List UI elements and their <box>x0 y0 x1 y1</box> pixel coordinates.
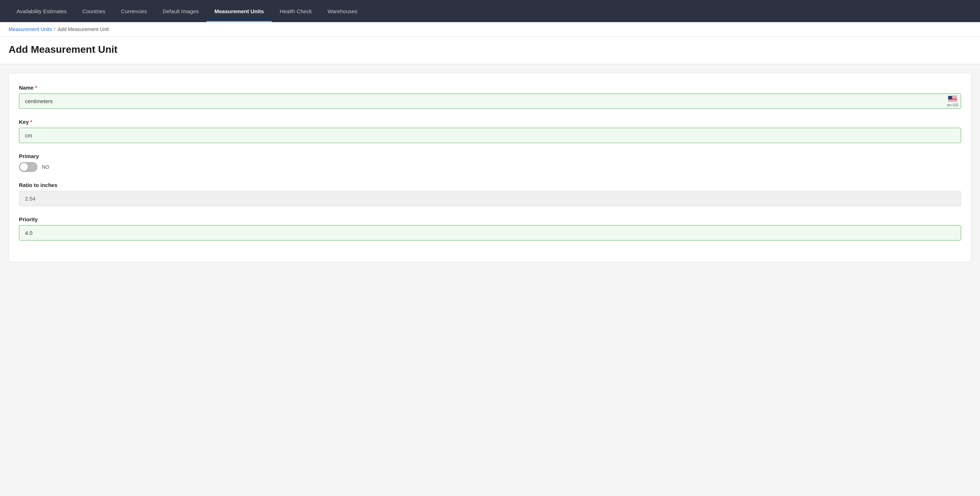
nav-item-countries[interactable]: Countries <box>75 0 113 22</box>
key-input[interactable] <box>19 128 961 143</box>
breadcrumb-parent-link[interactable]: Measurement Units <box>9 26 52 32</box>
name-form-group: Name * en-US <box>19 85 961 109</box>
breadcrumb-current: Add Measurement Unit <box>57 26 108 32</box>
priority-input-wrapper <box>19 225 961 241</box>
primary-toggle[interactable] <box>19 162 38 172</box>
nav-item-warehouses[interactable]: Warehouses <box>320 0 366 22</box>
key-form-group: Key * <box>19 119 961 143</box>
breadcrumb-separator: / <box>54 26 56 32</box>
locale-badge: en-US <box>947 96 958 107</box>
page-title-section: Add Measurement Unit <box>0 37 980 64</box>
nav-item-health-check[interactable]: Health Check <box>272 0 320 22</box>
nav-item-currencies[interactable]: Currencies <box>113 0 155 22</box>
primary-form-group: Primary NO <box>19 153 961 172</box>
nav-item-availability-estimates[interactable]: Availability Estimates <box>9 0 75 22</box>
ratio-label: Ratio to inches <box>19 182 961 188</box>
name-input[interactable] <box>19 93 961 109</box>
name-input-wrapper: en-US <box>19 93 961 109</box>
toggle-thumb <box>20 163 28 171</box>
ratio-input-wrapper <box>19 191 961 206</box>
key-required-star: * <box>30 119 32 125</box>
key-input-wrapper <box>19 128 961 143</box>
main-content: Name * en-US Key * <box>0 64 980 271</box>
form-card: Name * en-US Key * <box>9 73 971 262</box>
breadcrumb: Measurement Units / Add Measurement Unit <box>0 22 980 37</box>
priority-label: Priority <box>19 216 961 222</box>
name-label: Name * <box>19 85 961 90</box>
us-flag-icon <box>948 96 957 102</box>
key-label: Key * <box>19 119 961 125</box>
toggle-state-label: NO <box>42 164 49 170</box>
name-required-star: * <box>35 85 37 90</box>
ratio-input[interactable] <box>19 191 961 206</box>
priority-form-group: Priority <box>19 216 961 241</box>
ratio-form-group: Ratio to inches <box>19 182 961 206</box>
locale-text: en-US <box>947 103 958 107</box>
nav-item-default-images[interactable]: Default Images <box>155 0 207 22</box>
priority-input[interactable] <box>19 225 961 241</box>
page-title: Add Measurement Unit <box>9 44 971 55</box>
navbar: Availability EstimatesCountriesCurrencie… <box>0 0 980 22</box>
nav-item-measurement-units[interactable]: Measurement Units <box>207 0 272 22</box>
toggle-wrapper: NO <box>19 162 961 172</box>
primary-label: Primary <box>19 153 961 159</box>
